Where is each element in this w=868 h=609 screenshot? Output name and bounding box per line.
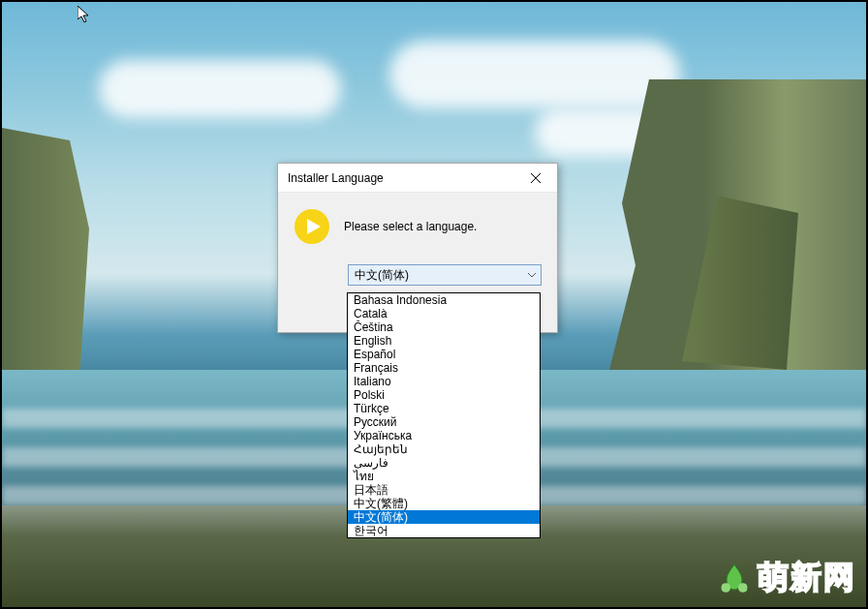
language-option[interactable]: 日本語: [348, 483, 540, 497]
language-option[interactable]: 中文(繁體): [348, 497, 540, 510]
language-option[interactable]: Italiano: [348, 375, 540, 388]
chevron-down-icon: [527, 272, 537, 278]
language-option[interactable]: Русский: [348, 415, 540, 429]
dialog-titlebar[interactable]: Installer Language: [278, 164, 557, 193]
language-option[interactable]: English: [348, 334, 540, 348]
language-option[interactable]: 한국어: [348, 524, 540, 537]
combobox-selected-value: 中文(简体): [355, 267, 409, 284]
language-option[interactable]: Polski: [348, 388, 540, 402]
language-option[interactable]: Čeština: [348, 320, 540, 334]
language-option[interactable]: فارسی: [348, 456, 540, 470]
close-button[interactable]: [516, 165, 555, 192]
watermark: 萌新网: [717, 557, 856, 599]
dialog-prompt: Please select a language.: [344, 220, 477, 233]
language-combobox[interactable]: 中文(简体): [348, 264, 542, 286]
language-option[interactable]: Català: [348, 307, 540, 320]
dialog-body: Please select a language.: [278, 193, 557, 264]
language-option[interactable]: ไทย: [348, 470, 540, 483]
watermark-icon: [717, 561, 752, 595]
language-dropdown-list[interactable]: Bahasa IndonesiaCatalàČeštinaEnglishEspa…: [347, 292, 541, 538]
dialog-title: Installer Language: [288, 171, 384, 185]
language-option[interactable]: Հայերեն: [348, 442, 540, 456]
language-option[interactable]: Türkçe: [348, 402, 540, 415]
language-option[interactable]: 中文(简体): [348, 510, 540, 524]
language-option[interactable]: Українська: [348, 429, 540, 442]
language-option[interactable]: Español: [348, 348, 540, 361]
watermark-text: 萌新网: [758, 557, 856, 599]
close-icon: [531, 173, 541, 183]
installer-icon: [294, 208, 330, 245]
language-option[interactable]: Français: [348, 361, 540, 375]
language-option[interactable]: Bahasa Indonesia: [348, 293, 540, 307]
